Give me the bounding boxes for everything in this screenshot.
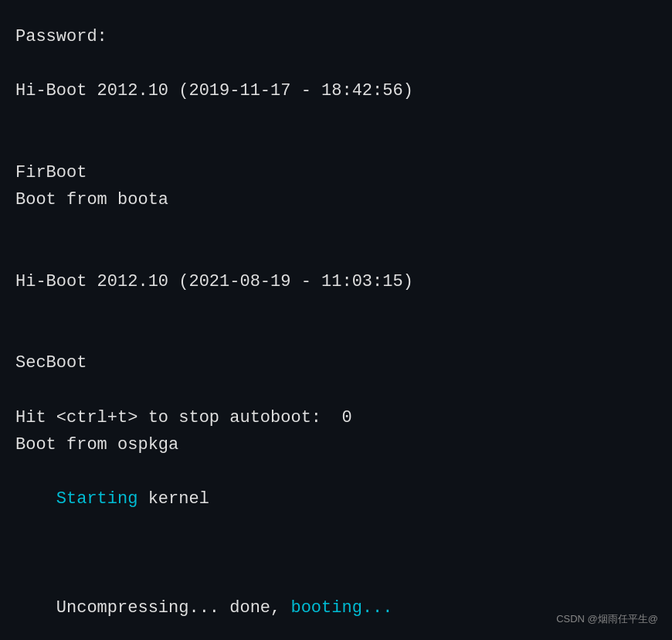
secboot-line: SecBoot xyxy=(15,349,649,376)
terminal-output: Password: Hi-Boot 2012.10 (2019-11-17 - … xyxy=(0,0,672,640)
blank-line-7 xyxy=(15,322,649,349)
uncompressing-line: Uncompressing... done, booting... xyxy=(15,567,649,640)
blank-line-6 xyxy=(15,295,649,322)
blank-line-9 xyxy=(15,540,649,567)
hiboot2-line: Hi-Boot 2012.10 (2021-08-19 - 11:03:15) xyxy=(15,268,649,295)
hitctrl-line: Hit <ctrl+t> to stop autoboot: 0 xyxy=(15,404,649,431)
blank-line-1 xyxy=(15,50,649,77)
starting-keyword: Starting xyxy=(56,489,138,509)
blank-line-8 xyxy=(15,376,649,403)
hiboot1-line: Hi-Boot 2012.10 (2019-11-17 - 18:42:56) xyxy=(15,77,649,104)
starting-line: Starting kernel xyxy=(15,458,649,540)
firboot-line: FirBoot xyxy=(15,159,649,186)
bootfromospkg-line: Boot from ospkga xyxy=(15,431,649,458)
blank-line-5 xyxy=(15,241,649,268)
uncompressing-text: Uncompressing... done, xyxy=(56,598,291,618)
password-line: Password: xyxy=(15,23,649,50)
booting-keyword: booting... xyxy=(290,598,392,618)
watermark: CSDN @烟雨任平生@ xyxy=(556,612,658,626)
blank-line-2 xyxy=(15,105,649,132)
starting-suffix: kernel xyxy=(137,489,209,509)
bootfromboota-line: Boot from boota xyxy=(15,186,649,213)
blank-line-3 xyxy=(15,132,649,159)
blank-line-4 xyxy=(15,213,649,240)
